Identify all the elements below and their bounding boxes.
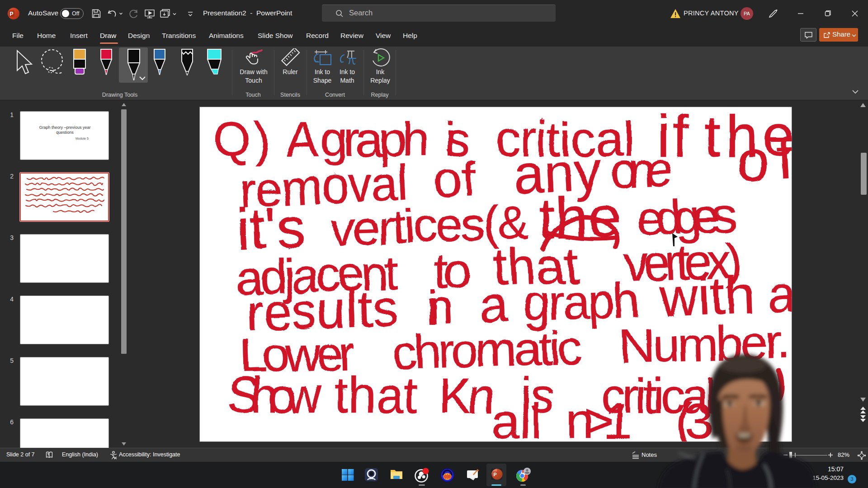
svg-text:Kn: Kn — [438, 367, 494, 422]
svg-text:all: all — [491, 392, 541, 441]
svg-text:P: P — [493, 472, 496, 477]
svg-text:Show: Show — [227, 367, 321, 422]
svg-text:Q): Q) — [211, 110, 270, 165]
svg-text:that: that — [333, 366, 416, 422]
svg-text:P: P — [9, 11, 13, 17]
svg-text:A: A — [286, 111, 318, 165]
svg-text:of: of — [733, 124, 792, 193]
svg-text:n>1: n>1 — [566, 391, 631, 441]
